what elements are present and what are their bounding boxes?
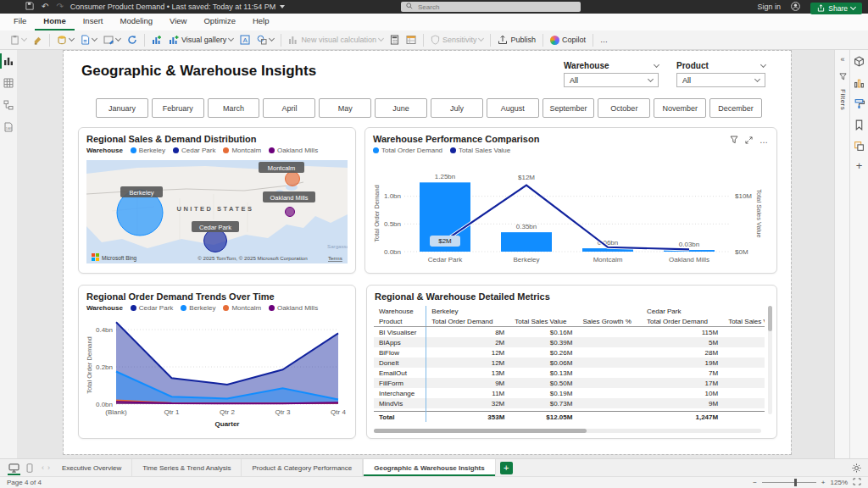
month-button-may[interactable]: May: [319, 98, 371, 118]
column-group-berkeley[interactable]: Berkeley: [426, 306, 642, 316]
share-button[interactable]: Share: [810, 3, 862, 14]
table-view-icon[interactable]: [0, 72, 17, 94]
zoom-slider[interactable]: [762, 482, 816, 483]
fit-to-page-icon[interactable]: [853, 478, 861, 487]
column-header[interactable]: Total Order Demand: [642, 316, 723, 327]
legend-item[interactable]: Cedar Park: [131, 304, 173, 312]
dax-query-view-icon[interactable]: DAX: [0, 116, 17, 138]
paste-button[interactable]: [7, 33, 30, 47]
save-icon[interactable]: [25, 2, 34, 12]
legend-item[interactable]: Berkeley: [131, 147, 165, 154]
menu-file[interactable]: File: [5, 14, 35, 30]
search-box[interactable]: [401, 2, 581, 12]
map-bubble-berkeley[interactable]: Berkeley: [117, 186, 163, 236]
month-button-august[interactable]: August: [487, 98, 539, 118]
legend-item[interactable]: Total Order Demand: [373, 147, 442, 154]
month-button-june[interactable]: June: [375, 98, 427, 118]
column-header[interactable]: Total Order Demand: [426, 316, 509, 327]
add-pane-icon[interactable]: +: [856, 161, 863, 171]
chevron-down-icon[interactable]: [654, 61, 659, 67]
new-page-button[interactable]: +: [500, 462, 513, 474]
mobile-layout-icon[interactable]: [26, 459, 33, 476]
refresh-button[interactable]: [124, 33, 141, 47]
zoom-out-icon[interactable]: −: [753, 479, 757, 486]
month-button-april[interactable]: April: [263, 98, 315, 118]
legend-item[interactable]: Montcalm: [223, 147, 261, 154]
month-button-january[interactable]: January: [96, 98, 148, 118]
text-box-button[interactable]: A: [236, 33, 253, 47]
calculation-group-button[interactable]: [403, 33, 420, 47]
column-header[interactable]: Total Sales Value: [723, 316, 765, 327]
data-pane-icon[interactable]: [854, 55, 865, 70]
table-row[interactable]: DoneIt12M$0.06M19M$0.02M: [374, 358, 765, 368]
combo-chart-visual[interactable]: … Warehouse Performance Comparison Total…: [364, 127, 777, 274]
column-group-cedar-park[interactable]: Cedar Park: [642, 306, 765, 316]
map-terms-link[interactable]: Terms: [328, 255, 342, 261]
combo-chart[interactable]: 0.0bn0.5bn1.0bn$0M$10M1.25bn0.35bn0.06bn…: [370, 158, 765, 271]
account-avatar-icon[interactable]: [791, 2, 800, 13]
filter-icon[interactable]: [730, 132, 738, 147]
filter-icon[interactable]: [839, 69, 847, 84]
more-options-icon[interactable]: …: [760, 136, 769, 145]
search-input[interactable]: [416, 3, 576, 12]
legend-item[interactable]: Total Sales Value: [450, 147, 510, 154]
selection-pane-icon[interactable]: [854, 140, 865, 155]
month-button-july[interactable]: July: [431, 98, 483, 118]
format-painter-button[interactable]: [30, 34, 46, 47]
menu-view[interactable]: View: [161, 14, 195, 30]
vertical-scrollbar-thumb[interactable]: [768, 306, 772, 331]
filters-pane-label[interactable]: Filters: [839, 89, 847, 110]
vertical-scrollbar[interactable]: [768, 306, 772, 414]
desktop-layout-icon[interactable]: [8, 459, 19, 476]
report-page[interactable]: Geographic & Warehouse Insights Warehous…: [64, 51, 791, 454]
title-dropdown-icon[interactable]: [280, 5, 285, 8]
focus-mode-icon[interactable]: [745, 132, 753, 147]
legend-item[interactable]: Cedar Park: [173, 147, 215, 154]
new-visual-button[interactable]: [148, 33, 165, 47]
previous-page-icon[interactable]: ‹: [40, 463, 46, 472]
warehouse-slicer-dropdown[interactable]: All: [564, 73, 659, 87]
column-header[interactable]: Sales Growth %: [577, 316, 642, 327]
table-row[interactable]: BIApps2M$0.39M5M$0.06M: [374, 337, 765, 347]
bookmarks-pane-icon[interactable]: [854, 119, 864, 134]
model-view-icon[interactable]: [0, 94, 17, 116]
month-button-march[interactable]: March: [208, 98, 260, 118]
visual-gallery-button[interactable]: Visual gallery: [165, 33, 236, 47]
settings-gear-icon[interactable]: [852, 459, 861, 476]
table-row[interactable]: Interchange11M$0.19M10M$0.01M: [374, 388, 765, 398]
month-button-october[interactable]: October: [598, 98, 650, 118]
publish-button[interactable]: Publish: [494, 33, 539, 47]
calculator-button[interactable]: [387, 33, 403, 47]
table-row[interactable]: EmailOut13M$0.13M7M$0.02M: [374, 368, 765, 378]
area-chart[interactable]: 0.0bn0.2bn0.4bn(Blank)Qtr 1Qtr 2Qtr 3Qtr…: [84, 316, 347, 436]
menu-modeling[interactable]: Modeling: [111, 14, 161, 30]
format-pane-icon[interactable]: [854, 97, 865, 113]
build-visual-pane-icon[interactable]: [854, 76, 865, 92]
page-tab-product-category-performance[interactable]: Product & Category Performance: [242, 459, 363, 476]
legend-item[interactable]: Oakland Mills: [269, 304, 318, 312]
table-row[interactable]: BiFlow12M$0.26M28M$0.05M: [374, 347, 765, 358]
column-header[interactable]: Total Sales Value: [509, 316, 577, 327]
menu-optimize[interactable]: Optimize: [195, 14, 243, 30]
horizontal-scrollbar-thumb[interactable]: [374, 429, 587, 433]
transform-data-button[interactable]: [100, 33, 124, 47]
page-tab-geographic-warehouse-insights[interactable]: Geographic & Warehouse Insights: [363, 459, 495, 476]
month-button-february[interactable]: February: [152, 98, 204, 118]
shapes-button[interactable]: [253, 33, 277, 47]
window-title[interactable]: Consumer Product Demand • Last saved: To…: [70, 3, 285, 11]
us-bubble-map[interactable]: UNITED STATES Sargasso S BerkeleyCedar P…: [86, 160, 348, 263]
horizontal-scrollbar[interactable]: [374, 429, 761, 433]
matrix-table-viewport[interactable]: WarehouseBerkeleyCedar ParkProductTotal …: [374, 306, 765, 411]
menu-help[interactable]: Help: [244, 14, 278, 30]
toolbar-more-button[interactable]: …: [597, 34, 611, 46]
month-button-november[interactable]: November: [654, 98, 706, 118]
product-slicer-dropdown[interactable]: All: [676, 73, 765, 87]
chevron-down-icon[interactable]: [760, 61, 766, 67]
copilot-button[interactable]: Copilot: [547, 34, 589, 47]
get-data-button[interactable]: [53, 33, 77, 47]
area-chart-visual[interactable]: Regional Order Demand Trends Over Time W…: [78, 285, 356, 439]
page-tab-executive-overview[interactable]: Executive Overview: [52, 459, 132, 476]
zoom-in-icon[interactable]: +: [821, 479, 826, 486]
map-visual[interactable]: Regional Sales & Demand Distribution War…: [78, 127, 356, 274]
report-view-icon[interactable]: [0, 50, 17, 72]
